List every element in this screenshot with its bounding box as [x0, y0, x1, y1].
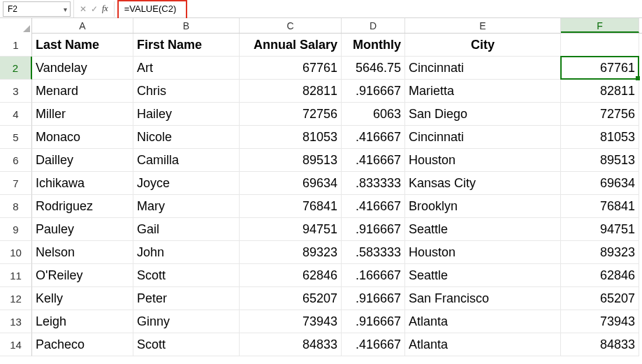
cell-C10[interactable]: 89323 — [240, 241, 342, 264]
cell-D9[interactable]: .916667 — [342, 218, 405, 241]
cell-E11[interactable]: Seattle — [405, 264, 561, 287]
cell-F13[interactable]: 73943 — [561, 310, 639, 333]
row-header-13[interactable]: 13 — [0, 310, 32, 333]
cell-A13[interactable]: Leigh — [32, 310, 133, 333]
column-header-B[interactable]: B — [133, 18, 240, 33]
cell-F11[interactable]: 62846 — [561, 264, 639, 287]
cell-D5[interactable]: .416667 — [342, 126, 405, 149]
cell-F2[interactable]: 67761 — [561, 57, 639, 80]
cell-D12[interactable]: .916667 — [342, 287, 405, 310]
cell-E3[interactable]: Marietta — [405, 80, 561, 103]
row-header-3[interactable]: 3 — [0, 80, 32, 103]
fx-icon[interactable]: fx — [102, 3, 108, 14]
cell-C2[interactable]: 67761 — [240, 57, 342, 80]
row-header-12[interactable]: 12 — [0, 287, 32, 310]
cell-A6[interactable]: Dailley — [32, 149, 133, 172]
cell-A12[interactable]: Kelly — [32, 287, 133, 310]
cell-C5[interactable]: 81053 — [240, 126, 342, 149]
cell-B6[interactable]: Camilla — [133, 149, 240, 172]
cell-A11[interactable]: O'Reiley — [32, 264, 133, 287]
chevron-down-icon[interactable]: ▾ — [64, 6, 67, 13]
cell-E7[interactable]: Kansas City — [405, 172, 561, 195]
row-header-8[interactable]: 8 — [0, 195, 32, 218]
cell-A10[interactable]: Nelson — [32, 241, 133, 264]
cell-F4[interactable]: 72756 — [561, 103, 639, 126]
cell-D10[interactable]: .583333 — [342, 241, 405, 264]
cell-B14[interactable]: Scott — [133, 333, 240, 356]
cell-A8[interactable]: Rodriguez — [32, 195, 133, 218]
cell-D14[interactable]: .416667 — [342, 333, 405, 356]
cell-A5[interactable]: Monaco — [32, 126, 133, 149]
cell-A14[interactable]: Pacheco — [32, 333, 133, 356]
cancel-icon[interactable]: ✕ — [80, 4, 87, 14]
cell-D6[interactable]: .416667 — [342, 149, 405, 172]
cell-B10[interactable]: John — [133, 241, 240, 264]
cell-D7[interactable]: .833333 — [342, 172, 405, 195]
cell-F14[interactable]: 84833 — [561, 333, 639, 356]
cell-F9[interactable]: 94751 — [561, 218, 639, 241]
cell-F8[interactable]: 76841 — [561, 195, 639, 218]
enter-icon[interactable]: ✓ — [91, 4, 98, 14]
row-header-14[interactable]: 14 — [0, 333, 32, 356]
row-header-6[interactable]: 6 — [0, 149, 32, 172]
cell-D11[interactable]: .166667 — [342, 264, 405, 287]
cell-B7[interactable]: Joyce — [133, 172, 240, 195]
cell-E12[interactable]: San Francisco — [405, 287, 561, 310]
column-header-D[interactable]: D — [342, 18, 405, 33]
cell-B5[interactable]: Nicole — [133, 126, 240, 149]
cell-F1[interactable] — [561, 34, 639, 57]
cell-B4[interactable]: Hailey — [133, 103, 240, 126]
cell-A9[interactable]: Pauley — [32, 218, 133, 241]
cell-C8[interactable]: 76841 — [240, 195, 342, 218]
cell-B12[interactable]: Peter — [133, 287, 240, 310]
row-header-4[interactable]: 4 — [0, 103, 32, 126]
cell-F10[interactable]: 89323 — [561, 241, 639, 264]
row-header-9[interactable]: 9 — [0, 218, 32, 241]
select-all-corner[interactable] — [0, 18, 32, 34]
cell-F12[interactable]: 65207 — [561, 287, 639, 310]
name-box[interactable]: F2 ▾ — [3, 1, 71, 17]
row-header-10[interactable]: 10 — [0, 241, 32, 264]
cell-C7[interactable]: 69634 — [240, 172, 342, 195]
cell-B2[interactable]: Art — [133, 57, 240, 80]
cell-B9[interactable]: Gail — [133, 218, 240, 241]
cell-C3[interactable]: 82811 — [240, 80, 342, 103]
cell-E6[interactable]: Houston — [405, 149, 561, 172]
row-header-5[interactable]: 5 — [0, 126, 32, 149]
column-header-C[interactable]: C — [240, 18, 342, 33]
row-header-1[interactable]: 1 — [0, 34, 32, 57]
cell-A7[interactable]: Ichikawa — [32, 172, 133, 195]
cell-B1[interactable]: First Name — [133, 34, 240, 57]
cell-C12[interactable]: 65207 — [240, 287, 342, 310]
cell-C4[interactable]: 72756 — [240, 103, 342, 126]
cell-A2[interactable]: Vandelay — [32, 57, 133, 80]
cell-D4[interactable]: 6063 — [342, 103, 405, 126]
formula-input[interactable]: =VALUE(C2) — [114, 1, 642, 17]
cell-D1[interactable]: Monthly — [342, 34, 405, 57]
column-header-E[interactable]: E — [405, 18, 561, 33]
cell-E2[interactable]: Cincinnati — [405, 57, 561, 80]
cell-F3[interactable]: 82811 — [561, 80, 639, 103]
cell-A1[interactable]: Last Name — [32, 34, 133, 57]
cell-D8[interactable]: .416667 — [342, 195, 405, 218]
cell-B3[interactable]: Chris — [133, 80, 240, 103]
cell-E8[interactable]: Brooklyn — [405, 195, 561, 218]
cell-E4[interactable]: San Diego — [405, 103, 561, 126]
cell-D2[interactable]: 5646.75 — [342, 57, 405, 80]
cell-C14[interactable]: 84833 — [240, 333, 342, 356]
cell-C1[interactable]: Annual Salary — [240, 34, 342, 57]
cell-E13[interactable]: Atlanta — [405, 310, 561, 333]
cell-F7[interactable]: 69634 — [561, 172, 639, 195]
cell-C6[interactable]: 89513 — [240, 149, 342, 172]
cell-D3[interactable]: .916667 — [342, 80, 405, 103]
cell-B8[interactable]: Mary — [133, 195, 240, 218]
row-header-11[interactable]: 11 — [0, 264, 32, 287]
cell-C13[interactable]: 73943 — [240, 310, 342, 333]
cell-E5[interactable]: Cincinnati — [405, 126, 561, 149]
cell-F5[interactable]: 81053 — [561, 126, 639, 149]
cell-A3[interactable]: Menard — [32, 80, 133, 103]
cell-C9[interactable]: 94751 — [240, 218, 342, 241]
column-header-F[interactable]: F — [561, 18, 639, 33]
cell-C11[interactable]: 62846 — [240, 264, 342, 287]
cell-A4[interactable]: Miller — [32, 103, 133, 126]
